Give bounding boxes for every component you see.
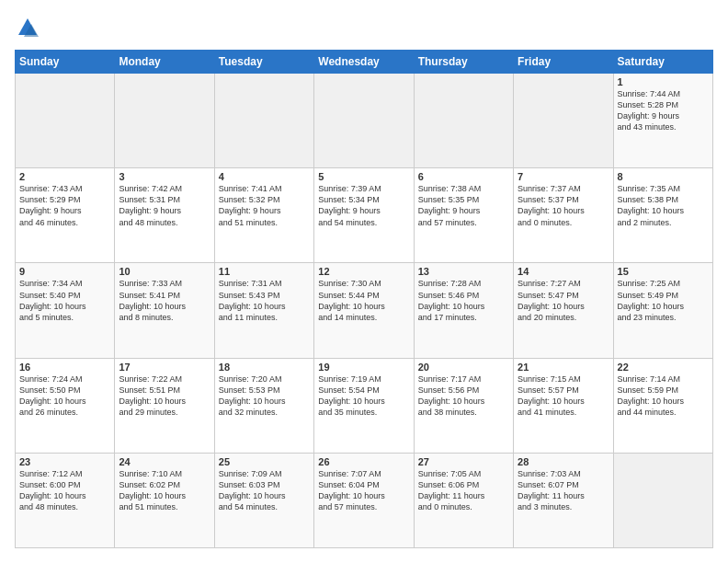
day-number: 19 [318,362,409,373]
logo [15,15,44,40]
day-cell: 6Sunrise: 7:38 AM Sunset: 5:35 PM Daylig… [414,168,513,263]
day-cell [16,74,115,168]
day-number: 10 [119,266,210,277]
header-day-sunday: Sunday [16,51,115,74]
day-info: Sunrise: 7:38 AM Sunset: 5:35 PM Dayligh… [418,183,509,228]
day-cell: 12Sunrise: 7:30 AM Sunset: 5:44 PM Dayli… [314,263,414,358]
day-info: Sunrise: 7:34 AM Sunset: 5:40 PM Dayligh… [19,278,110,323]
header [15,15,713,40]
week-row-4: 16Sunrise: 7:24 AM Sunset: 5:50 PM Dayli… [16,358,713,453]
day-number: 23 [19,456,110,467]
day-number: 14 [518,266,609,277]
day-info: Sunrise: 7:07 AM Sunset: 6:04 PM Dayligh… [318,468,409,513]
day-info: Sunrise: 7:43 AM Sunset: 5:29 PM Dayligh… [19,183,110,228]
day-cell: 2Sunrise: 7:43 AM Sunset: 5:29 PM Daylig… [16,168,115,263]
day-cell: 5Sunrise: 7:39 AM Sunset: 5:34 PM Daylig… [314,168,414,263]
day-number: 26 [318,456,409,467]
day-cell: 21Sunrise: 7:15 AM Sunset: 5:57 PM Dayli… [514,358,613,453]
day-info: Sunrise: 7:22 AM Sunset: 5:51 PM Dayligh… [119,373,210,419]
day-info: Sunrise: 7:20 AM Sunset: 5:53 PM Dayligh… [219,373,310,419]
day-info: Sunrise: 7:15 AM Sunset: 5:57 PM Dayligh… [518,373,609,419]
day-info: Sunrise: 7:05 AM Sunset: 6:06 PM Dayligh… [418,468,509,513]
calendar-header: SundayMondayTuesdayWednesdayThursdayFrid… [16,51,713,74]
day-info: Sunrise: 7:19 AM Sunset: 5:54 PM Dayligh… [318,373,409,419]
day-cell [414,74,513,168]
day-info: Sunrise: 7:41 AM Sunset: 5:32 PM Dayligh… [219,183,310,228]
day-info: Sunrise: 7:14 AM Sunset: 5:59 PM Dayligh… [618,373,709,419]
day-info: Sunrise: 7:24 AM Sunset: 5:50 PM Dayligh… [19,373,110,419]
calendar-table: SundayMondayTuesdayWednesdayThursdayFrid… [15,50,713,548]
day-number: 25 [219,456,310,467]
header-row: SundayMondayTuesdayWednesdayThursdayFrid… [16,51,713,74]
day-cell [214,74,313,168]
day-cell: 7Sunrise: 7:37 AM Sunset: 5:37 PM Daylig… [514,168,613,263]
day-info: Sunrise: 7:17 AM Sunset: 5:56 PM Dayligh… [418,373,509,419]
week-row-3: 9Sunrise: 7:34 AM Sunset: 5:40 PM Daylig… [16,263,713,358]
day-number: 9 [19,266,110,277]
day-number: 21 [518,362,609,373]
day-cell [314,74,414,168]
day-number: 27 [418,456,509,467]
day-cell: 25Sunrise: 7:09 AM Sunset: 6:03 PM Dayli… [214,453,313,547]
day-number: 22 [618,362,709,373]
logo-icon [15,15,40,40]
day-number: 4 [219,171,310,182]
day-cell: 1Sunrise: 7:44 AM Sunset: 5:28 PM Daylig… [613,74,712,168]
day-info: Sunrise: 7:10 AM Sunset: 6:02 PM Dayligh… [119,468,210,513]
day-info: Sunrise: 7:25 AM Sunset: 5:49 PM Dayligh… [618,278,709,323]
day-cell: 20Sunrise: 7:17 AM Sunset: 5:56 PM Dayli… [414,358,513,453]
day-number: 13 [418,266,509,277]
day-info: Sunrise: 7:35 AM Sunset: 5:38 PM Dayligh… [618,183,709,228]
day-cell: 27Sunrise: 7:05 AM Sunset: 6:06 PM Dayli… [414,453,513,547]
day-number: 15 [618,266,709,277]
day-cell [514,74,613,168]
day-number: 1 [618,76,709,87]
day-number: 3 [119,171,210,182]
day-cell: 3Sunrise: 7:42 AM Sunset: 5:31 PM Daylig… [115,168,214,263]
header-day-tuesday: Tuesday [214,51,313,74]
day-cell: 17Sunrise: 7:22 AM Sunset: 5:51 PM Dayli… [115,358,214,453]
day-number: 20 [418,362,509,373]
day-number: 28 [518,456,609,467]
day-number: 6 [418,171,509,182]
day-cell: 9Sunrise: 7:34 AM Sunset: 5:40 PM Daylig… [16,263,115,358]
day-cell: 14Sunrise: 7:27 AM Sunset: 5:47 PM Dayli… [514,263,613,358]
day-info: Sunrise: 7:31 AM Sunset: 5:43 PM Dayligh… [219,278,310,323]
day-number: 12 [318,266,409,277]
day-info: Sunrise: 7:33 AM Sunset: 5:41 PM Dayligh… [119,278,210,323]
header-day-saturday: Saturday [613,51,712,74]
header-day-thursday: Thursday [414,51,513,74]
day-cell: 23Sunrise: 7:12 AM Sunset: 6:00 PM Dayli… [16,453,115,547]
calendar-body: 1Sunrise: 7:44 AM Sunset: 5:28 PM Daylig… [16,74,713,548]
day-info: Sunrise: 7:44 AM Sunset: 5:28 PM Dayligh… [618,88,709,133]
day-cell: 26Sunrise: 7:07 AM Sunset: 6:04 PM Dayli… [314,453,414,547]
day-number: 17 [119,362,210,373]
day-info: Sunrise: 7:09 AM Sunset: 6:03 PM Dayligh… [219,468,310,513]
day-cell: 28Sunrise: 7:03 AM Sunset: 6:07 PM Dayli… [514,453,613,547]
day-number: 24 [119,456,210,467]
day-cell: 24Sunrise: 7:10 AM Sunset: 6:02 PM Dayli… [115,453,214,547]
day-number: 2 [19,171,110,182]
header-day-wednesday: Wednesday [314,51,414,74]
day-info: Sunrise: 7:28 AM Sunset: 5:46 PM Dayligh… [418,278,509,323]
day-number: 18 [219,362,310,373]
day-info: Sunrise: 7:39 AM Sunset: 5:34 PM Dayligh… [318,183,409,228]
day-number: 5 [318,171,409,182]
day-number: 7 [518,171,609,182]
week-row-1: 1Sunrise: 7:44 AM Sunset: 5:28 PM Daylig… [16,74,713,168]
week-row-5: 23Sunrise: 7:12 AM Sunset: 6:00 PM Dayli… [16,453,713,547]
day-cell: 18Sunrise: 7:20 AM Sunset: 5:53 PM Dayli… [214,358,313,453]
day-cell: 13Sunrise: 7:28 AM Sunset: 5:46 PM Dayli… [414,263,513,358]
day-cell: 11Sunrise: 7:31 AM Sunset: 5:43 PM Dayli… [214,263,313,358]
day-cell [115,74,214,168]
header-day-monday: Monday [115,51,214,74]
day-info: Sunrise: 7:03 AM Sunset: 6:07 PM Dayligh… [518,468,609,513]
day-cell: 8Sunrise: 7:35 AM Sunset: 5:38 PM Daylig… [613,168,712,263]
day-info: Sunrise: 7:27 AM Sunset: 5:47 PM Dayligh… [518,278,609,323]
day-number: 16 [19,362,110,373]
day-cell: 22Sunrise: 7:14 AM Sunset: 5:59 PM Dayli… [613,358,712,453]
day-cell: 16Sunrise: 7:24 AM Sunset: 5:50 PM Dayli… [16,358,115,453]
day-cell: 10Sunrise: 7:33 AM Sunset: 5:41 PM Dayli… [115,263,214,358]
day-cell [613,453,712,547]
day-info: Sunrise: 7:30 AM Sunset: 5:44 PM Dayligh… [318,278,409,323]
